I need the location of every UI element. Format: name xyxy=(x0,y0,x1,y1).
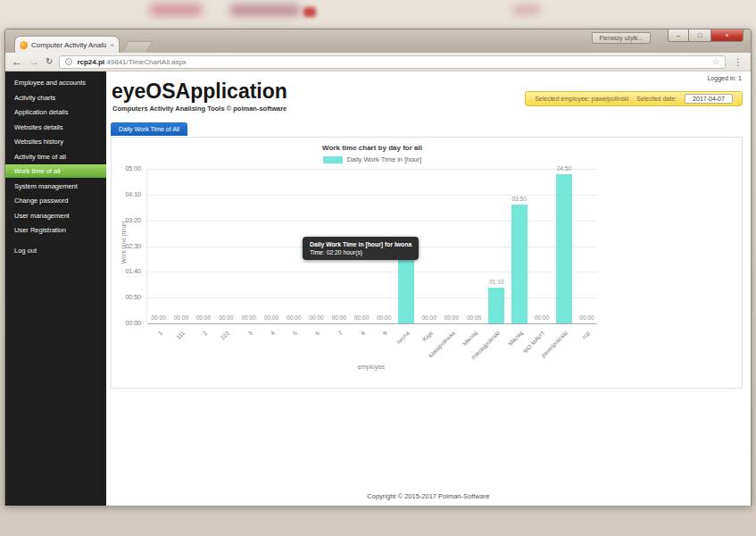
desktop-blur-blob xyxy=(303,7,316,17)
chart-legend[interactable]: Daily Work Time in [hour] xyxy=(113,155,631,163)
selected-date-label: Selected date: xyxy=(636,96,677,102)
gridline-03:20 xyxy=(147,221,597,222)
desktop-blur-blob xyxy=(513,5,540,14)
y-tick-label: 03:20 xyxy=(112,217,141,223)
tab-close-icon[interactable]: × xyxy=(110,41,114,49)
browser-window: Computer Activity Analiz × Pierwszy użyt… xyxy=(4,29,752,506)
sidebar-item-work-time-of-all[interactable]: Work time of all xyxy=(5,164,106,178)
close-button[interactable]: × xyxy=(711,29,744,42)
desktop-blur-blob xyxy=(150,4,202,16)
new-tab-button[interactable] xyxy=(122,41,154,53)
back-icon[interactable]: ← xyxy=(12,56,22,67)
page-content: Employee and accountsActivity chartsAppl… xyxy=(5,71,751,506)
sidebar-item-change-password[interactable]: Change password xyxy=(5,194,106,207)
gridline-01:40 xyxy=(147,272,597,272)
page-info-icon[interactable]: i xyxy=(65,58,72,65)
chart-tooltip: Daily Work Time in [hour] for Iwona Time… xyxy=(303,237,419,260)
gridline-00:50 xyxy=(147,297,597,298)
sidebar-item-websites-details[interactable]: Websites details xyxy=(5,121,106,134)
app-favicon-icon xyxy=(20,41,28,49)
bar-pawelpolinski[interactable] xyxy=(556,174,572,323)
selection-bar: Selected employee: pawelpolinski Selecte… xyxy=(525,91,743,106)
bookmark-star-icon[interactable]: ☆ xyxy=(712,57,719,66)
selected-employee: Selected employee: pawelpolinski xyxy=(535,96,628,102)
tooltip-title: Daily Work Time in [hour] for Iwona xyxy=(310,241,411,247)
sidebar-item-websites-history[interactable]: Websites history xyxy=(5,135,106,148)
y-tick-label: 02:30 xyxy=(112,243,141,249)
browser-tab[interactable]: Computer Activity Analiz × xyxy=(14,36,120,53)
sidebar-item-activity-charts[interactable]: Activity charts xyxy=(5,91,106,105)
bar-value-label: 04:50 xyxy=(548,165,580,172)
x-tick-label: rcp xyxy=(541,330,591,380)
sidebar: Employee and accountsActivity chartsAppl… xyxy=(5,71,106,506)
url-host: rcp24.pl xyxy=(77,58,104,66)
sidebar-item-employee-and-accounts[interactable]: Employee and accounts xyxy=(5,76,106,89)
legend-swatch xyxy=(323,156,343,163)
tab-title: Computer Activity Analiz xyxy=(31,41,106,49)
maximize-button[interactable]: □ xyxy=(689,29,711,42)
bar-value-label: 00:00 xyxy=(368,314,400,321)
browser-menu-icon[interactable]: ⋮ xyxy=(732,57,744,67)
bar-Mikołaj[interactable] xyxy=(511,205,528,323)
sidebar-item-system-management[interactable]: System management xyxy=(5,180,106,193)
window-controls: – □ × xyxy=(668,29,744,42)
date-input[interactable]: 2017-04-07 xyxy=(685,94,733,104)
reload-icon[interactable]: ↻ xyxy=(46,57,53,66)
desktop-blur-blob xyxy=(230,4,300,16)
bar-value-label: 00:00 xyxy=(458,314,490,321)
url-path: :49841/TimeChartAll.aspx xyxy=(104,58,187,66)
browser-toolbar: ← → ↻ i rcp24.pl:49841/TimeChartAll.aspx… xyxy=(5,53,751,71)
url-text: rcp24.pl:49841/TimeChartAll.aspx xyxy=(77,58,186,66)
chart-panel: Work time chart by day for all Daily Wor… xyxy=(111,137,743,389)
forward-icon[interactable]: → xyxy=(29,56,39,67)
bar-mikolajpolinski[interactable] xyxy=(488,288,504,323)
address-bar[interactable]: i rcp24.pl:49841/TimeChartAll.aspx ☆ xyxy=(59,55,726,69)
gridline-00:00 xyxy=(147,323,597,324)
copyright-footer: Copyright © 2015-2017 Polman-Software xyxy=(106,492,751,500)
main-area: Logged in: 1 eyeOSApplication Computers … xyxy=(106,71,751,506)
work-time-chart: Work time chart by day for all Daily Wor… xyxy=(113,139,631,381)
sidebar-item-application-details[interactable]: Application details xyxy=(5,105,106,119)
x-axis-title: employee xyxy=(237,364,505,370)
minimize-button[interactable]: – xyxy=(668,29,689,42)
sidebar-item-user-management[interactable]: User management xyxy=(5,209,106,222)
y-tick-label: 05:00 xyxy=(112,165,141,172)
logged-in-status: Logged in: 1 xyxy=(707,75,742,81)
y-tick-label: 04:10 xyxy=(112,191,141,197)
tab-daily-work-time[interactable]: Daily Work Time of All xyxy=(111,122,187,136)
sidebar-item-user-registration[interactable]: User Registration xyxy=(5,223,106,237)
chart-title: Work time chart by day for all xyxy=(113,144,631,152)
sidebar-item-activity-time-of-all[interactable]: Activity time of all xyxy=(5,150,106,163)
bar-Iwona[interactable] xyxy=(398,251,414,323)
bar-value-label: 00:00 xyxy=(570,314,602,321)
bar-value-label: 00:00 xyxy=(526,314,558,321)
gridline-05:00 xyxy=(147,169,597,170)
selected-employee-value: pawelpolinski xyxy=(592,96,629,102)
y-axis-labels: 00:0000:5001:4002:3003:2004:1005:00 xyxy=(113,169,143,323)
sidebar-item-log-out[interactable]: Log out xyxy=(5,244,106,257)
bar-value-label: 03:50 xyxy=(503,196,536,202)
tooltip-value: Time: 02:20 hour(s) xyxy=(310,249,411,255)
y-tick-label: 00:50 xyxy=(112,294,141,300)
y-tick-label: 01:40 xyxy=(112,268,141,274)
y-tick-label: 00:00 xyxy=(112,320,141,326)
browser-titlebar: Computer Activity Analiz × Pierwszy użyt… xyxy=(5,29,751,53)
selected-employee-label: Selected employee: xyxy=(535,96,589,102)
bar-value-label: 01:10 xyxy=(480,279,512,285)
legend-label: Daily Work Time in [hour] xyxy=(347,155,422,163)
profile-button[interactable]: Pierwszy użytk... xyxy=(592,32,651,44)
